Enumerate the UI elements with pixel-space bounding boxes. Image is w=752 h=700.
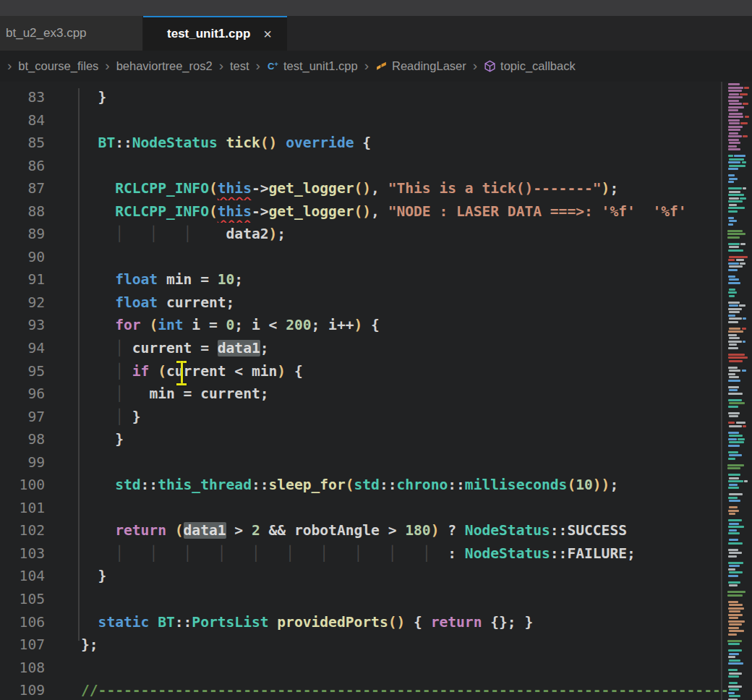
gutter-line-number[interactable]: 93 xyxy=(0,314,45,337)
minimap-line xyxy=(734,155,745,157)
svg-text:+: + xyxy=(274,61,278,68)
code-text[interactable]: │ if (current < min) { xyxy=(45,360,303,383)
code-text[interactable]: │ } xyxy=(45,406,141,429)
code-text[interactable]: BT::NodeStatus tick() override { xyxy=(45,132,371,155)
code-text[interactable]: } xyxy=(45,86,106,109)
gutter-line-number[interactable]: 106 xyxy=(0,611,45,634)
code-text[interactable]: │ │ │ │ │ │ │ │ │ │ : NodeStatus::FAILUR… xyxy=(45,542,636,565)
gutter-line-number[interactable]: 109 xyxy=(0,679,45,700)
code-text[interactable]: } xyxy=(45,565,106,588)
code-line-109[interactable]: 109//-----------------------------------… xyxy=(0,679,727,700)
breadcrumb-item-behaviortree_ros2[interactable]: behaviortree_ros2 xyxy=(116,59,213,73)
code-line-104[interactable]: 104 } xyxy=(0,565,727,588)
gutter-line-number[interactable]: 84 xyxy=(0,109,45,132)
gutter-line-number[interactable]: 96 xyxy=(0,383,45,406)
code-text[interactable]: │ current = data1; xyxy=(45,337,269,360)
code-text[interactable]: │ │ │ data2); xyxy=(45,223,286,246)
cpp-file-icon: C+ xyxy=(267,60,279,72)
gutter-line-number[interactable]: 105 xyxy=(0,588,45,611)
gutter-line-number[interactable]: 97 xyxy=(0,406,45,429)
code-text[interactable] xyxy=(45,497,90,520)
code-text[interactable]: float min = 10; xyxy=(45,268,243,291)
code-line-96[interactable]: 96 │ min = current; xyxy=(0,383,727,406)
code-line-91[interactable]: 91 float min = 10; xyxy=(0,268,727,291)
code-line-93[interactable]: 93 for (int i = 0; i < 200; i++) { xyxy=(0,314,727,337)
gutter-line-number[interactable]: 88 xyxy=(0,200,45,223)
breadcrumb-item-topic_callback[interactable]: topic_callback xyxy=(484,59,576,73)
code-line-85[interactable]: 85 BT::NodeStatus tick() override { xyxy=(0,132,727,155)
code-text[interactable]: for (int i = 0; i < 200; i++) { xyxy=(45,314,380,337)
indent-guide: │ xyxy=(115,409,124,425)
gutter-line-number[interactable]: 99 xyxy=(0,451,45,474)
code-line-98[interactable]: 98 } xyxy=(0,428,727,451)
code-text[interactable]: }; xyxy=(45,633,98,657)
gutter-line-number[interactable]: 102 xyxy=(0,519,45,542)
code-text[interactable] xyxy=(45,657,90,680)
code-line-90[interactable]: 90 xyxy=(0,246,727,269)
code-text[interactable]: //--------------------------------------… xyxy=(45,679,727,700)
code-text[interactable]: RCLCPP_INFO(this->get_logger(), "NODE : … xyxy=(45,200,687,223)
minimap-line xyxy=(727,236,740,239)
gutter-line-number[interactable]: 95 xyxy=(0,360,45,383)
code-line-101[interactable]: 101 xyxy=(0,497,727,520)
tab-bt_u2_ex3[interactable]: bt_u2_ex3.cpp xyxy=(0,16,143,51)
gutter-line-number[interactable]: 101 xyxy=(0,497,45,520)
breadcrumb-item-test_unit1.cpp[interactable]: C+test_unit1.cpp xyxy=(267,59,358,73)
code-line-84[interactable]: 84 xyxy=(0,109,727,132)
gutter-line-number[interactable]: 103 xyxy=(0,542,45,565)
code-line-86[interactable]: 86 xyxy=(0,155,727,178)
close-icon[interactable]: × xyxy=(260,27,275,41)
gutter-line-number[interactable]: 104 xyxy=(0,565,45,588)
code-line-83[interactable]: 83 } xyxy=(0,86,727,109)
code-text[interactable]: RCLCPP_INFO(this->get_logger(), "This is… xyxy=(45,177,618,200)
code-line-92[interactable]: 92 float current; xyxy=(0,291,727,315)
code-text[interactable] xyxy=(45,109,90,132)
tab-test_unit1[interactable]: test_unit1.cpp × xyxy=(143,16,287,51)
code-line-94[interactable]: 94 │ current = data1; xyxy=(0,337,727,360)
gutter-line-number[interactable]: 90 xyxy=(0,246,45,269)
code-text[interactable] xyxy=(45,246,90,269)
code-line-99[interactable]: 99 xyxy=(0,451,727,474)
gutter-line-number[interactable]: 98 xyxy=(0,428,45,451)
code-editor[interactable]: 83 }84 85 BT::NodeStatus tick() override… xyxy=(0,82,752,700)
code-line-97[interactable]: 97 │ } xyxy=(0,406,727,429)
code-line-105[interactable]: 105 xyxy=(0,588,727,611)
code-line-102[interactable]: 102 return (data1 > 2 && robotAngle > 18… xyxy=(0,519,727,542)
code-text[interactable]: std::this_thread::sleep_for(std::chrono:… xyxy=(45,474,618,497)
gutter-line-number[interactable]: 91 xyxy=(0,268,45,291)
code-text[interactable] xyxy=(45,588,90,611)
gutter-line-number[interactable]: 87 xyxy=(0,177,45,200)
code-line-103[interactable]: 103 │ │ │ │ │ │ │ │ │ │ : NodeStatus::FA… xyxy=(0,542,727,565)
gutter-line-number[interactable]: 107 xyxy=(0,633,45,657)
minimap-line xyxy=(729,370,740,372)
code-line-95[interactable]: 95 │ if (current < min) { xyxy=(0,360,727,383)
breadcrumb-item-test[interactable]: test xyxy=(230,59,249,73)
code-text[interactable]: static BT::PortsList providedPorts() { r… xyxy=(45,611,533,634)
code-text[interactable]: } xyxy=(45,428,124,451)
gutter-line-number[interactable]: 92 xyxy=(0,291,45,315)
gutter-line-number[interactable]: 83 xyxy=(0,86,45,109)
gutter-line-number[interactable]: 94 xyxy=(0,337,45,360)
gutter-line-number[interactable]: 86 xyxy=(0,155,45,178)
code-text[interactable]: return (data1 > 2 && robotAngle > 180) ?… xyxy=(45,519,627,542)
gutter-line-number[interactable]: 85 xyxy=(0,132,45,155)
code-text[interactable]: │ min = current; xyxy=(45,383,269,406)
breadcrumb-item-bt_course_files[interactable]: bt_course_files xyxy=(18,59,98,73)
minimap-line xyxy=(729,165,745,167)
code-text[interactable] xyxy=(45,155,90,178)
breadcrumb-item-readinglaser[interactable]: ReadingLaser xyxy=(375,59,466,73)
gutter-line-number[interactable]: 100 xyxy=(0,474,45,497)
code-line-87[interactable]: 87 RCLCPP_INFO(this->get_logger(), "This… xyxy=(0,177,727,200)
minimap-line xyxy=(728,406,738,408)
code-line-108[interactable]: 108 xyxy=(0,657,727,680)
code-line-100[interactable]: 100 std::this_thread::sleep_for(std::chr… xyxy=(0,474,727,497)
code-text[interactable] xyxy=(45,451,90,474)
code-line-89[interactable]: 89 │ │ │ data2); xyxy=(0,223,727,246)
code-line-88[interactable]: 88 RCLCPP_INFO(this->get_logger(), "NODE… xyxy=(0,200,727,223)
minimap[interactable] xyxy=(727,83,752,700)
gutter-line-number[interactable]: 108 xyxy=(0,657,45,680)
code-line-107[interactable]: 107}; xyxy=(0,633,727,657)
code-line-106[interactable]: 106 static BT::PortsList providedPorts()… xyxy=(0,611,727,634)
gutter-line-number[interactable]: 89 xyxy=(0,223,45,246)
code-text[interactable]: float current; xyxy=(45,291,234,315)
